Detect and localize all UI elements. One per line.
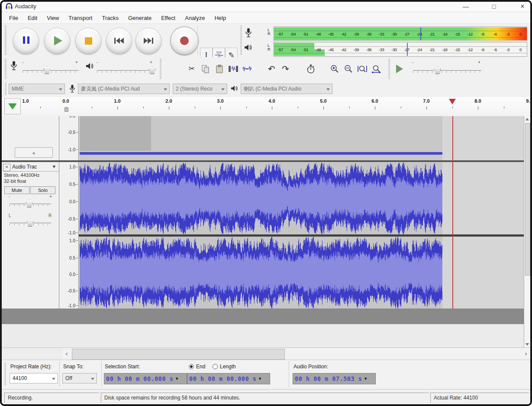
track-separator[interactable]	[2, 160, 524, 162]
redo-button[interactable]: ↷	[280, 63, 291, 75]
chevron-down-icon	[52, 378, 55, 380]
trim-audio-button[interactable]	[227, 63, 239, 75]
titlebar[interactable]: Audacity — □ ×	[2, 2, 530, 12]
meter-toolbar-grip[interactable]	[240, 26, 242, 55]
selection-toolbar-grip[interactable]	[4, 363, 6, 386]
scroll-down-icon[interactable]	[526, 343, 529, 346]
meter-db-label: -24	[417, 32, 422, 36]
scroll-left-button[interactable]: ‹	[62, 348, 71, 360]
playback-meter[interactable]: -57-54-51-48-45-42-39-36-33-30-27-24-21-…	[274, 42, 527, 57]
play-at-speed-button[interactable]	[393, 63, 405, 75]
skip-to-end-button[interactable]	[135, 28, 161, 54]
selection-start-label: Selection Start:	[105, 364, 140, 370]
meter-db-label: 0	[519, 47, 522, 52]
record-volume-thumb[interactable]	[44, 66, 50, 74]
track2-close-button[interactable]: ×	[3, 164, 10, 171]
scroll-right-button[interactable]: ›	[522, 348, 530, 360]
pause-button[interactable]	[13, 28, 39, 54]
playback-volume-slider[interactable]	[97, 70, 153, 71]
menu-item-help[interactable]: Help	[210, 15, 231, 21]
play-speed-thumb[interactable]	[434, 66, 441, 74]
solo-button[interactable]: Solo	[30, 186, 55, 194]
selection-start-field[interactable]: 00 h 00 m 00.000 s▼	[104, 373, 187, 384]
silence-audio-button[interactable]	[241, 63, 253, 75]
track2-control-panel[interactable]	[2, 162, 59, 309]
audio-host-select[interactable]: MME	[9, 84, 65, 94]
end-radio[interactable]	[189, 364, 194, 369]
fit-project-button[interactable]	[370, 63, 382, 75]
skip-to-start-button[interactable]	[106, 28, 132, 54]
track1-collapse-button[interactable]: ▲	[15, 147, 53, 158]
length-radio[interactable]	[213, 364, 218, 369]
undo-button[interactable]: ↶	[266, 63, 277, 75]
audio-position-field[interactable]: 00 h 00 m 07.503 s▼	[293, 373, 376, 384]
mute-button[interactable]: Mute	[4, 186, 29, 194]
record-button[interactable]	[171, 27, 198, 55]
menu-item-effect[interactable]: Effect	[156, 15, 180, 21]
record-volume-slider[interactable]	[23, 70, 79, 71]
vertical-scrollbar[interactable]	[524, 116, 530, 348]
paste-button[interactable]	[213, 63, 225, 75]
mixer-toolbar-grip[interactable]	[5, 59, 6, 79]
selection-end-field[interactable]: 00 h 00 m 00.000 s▼	[187, 373, 270, 384]
timer-button[interactable]	[305, 63, 316, 75]
snap-to-select[interactable]: Off	[62, 373, 97, 383]
recording-channels-select[interactable]: 2 (Stereo) Reco	[173, 84, 227, 94]
menu-item-edit[interactable]: Edit	[23, 15, 42, 21]
time-field-dropdown-icon[interactable]: ▼	[175, 377, 179, 381]
timeline-tick	[401, 107, 401, 108]
minimize-button[interactable]: —	[458, 2, 473, 11]
menu-item-file[interactable]: File	[4, 15, 23, 21]
vertical-scrollbar-thumb[interactable]	[525, 123, 530, 276]
timeline-cursor-handle[interactable]	[64, 107, 68, 112]
timeline-pin-button[interactable]	[4, 98, 21, 114]
timeline-ruler[interactable]: 1.00.01.02.03.04.05.06.07.08.09.0	[2, 97, 530, 116]
time-field-dropdown-icon[interactable]: ▼	[258, 377, 262, 381]
play-at-speed-toolbar-grip[interactable]	[388, 59, 390, 79]
zoom-in-button[interactable]	[329, 63, 340, 75]
mixer-mic-icon	[10, 61, 17, 71]
time-field-dropdown-icon[interactable]: ▼	[364, 377, 368, 381]
horizontal-scrollbar[interactable]: ‹ ›	[62, 348, 530, 360]
meter-db-label: -33	[379, 32, 384, 36]
menu-item-generate[interactable]: Generate	[123, 15, 156, 21]
maximize-button[interactable]: □	[487, 2, 501, 11]
end-radio-label[interactable]: End	[196, 364, 205, 370]
playback-device-select[interactable]: 喇叭 (C-Media PCI Audio	[241, 84, 332, 94]
play-speed-min-mark: -	[412, 60, 413, 65]
transport-toolbar-grip[interactable]	[5, 26, 6, 55]
track2-menu-dropdown[interactable]: ▼	[52, 164, 56, 169]
device-toolbar-grip[interactable]	[5, 83, 6, 95]
stop-button[interactable]	[75, 28, 101, 54]
copy-button[interactable]	[200, 63, 211, 75]
cut-button[interactable]: ✂	[186, 63, 197, 75]
play-button[interactable]	[44, 28, 70, 54]
close-button[interactable]: ×	[515, 2, 530, 11]
horizontal-scrollbar-thumb[interactable]	[72, 349, 285, 360]
zoom-out-button[interactable]	[342, 63, 354, 75]
menu-item-transport[interactable]: Transport	[64, 15, 97, 21]
scroll-up-icon[interactable]	[526, 118, 529, 120]
menu-item-tracks[interactable]: Tracks	[97, 15, 123, 21]
timeline-tick	[246, 107, 247, 108]
waveform-right-channel[interactable]	[80, 237, 442, 309]
menu-item-view[interactable]: View	[42, 15, 64, 21]
waveform-left-channel[interactable]	[80, 162, 442, 234]
menu-item-analyze[interactable]: Analyze	[180, 15, 210, 21]
fit-selection-button[interactable]	[356, 63, 368, 75]
recording-meter[interactable]: -57-54-51-48-45-42-39-36-33-30-27-24-21-…	[274, 26, 527, 41]
vertical-ruler-label: -0.5	[68, 217, 75, 221]
vertical-ruler-label: 0.5	[69, 182, 75, 187]
track2-name[interactable]: Audio Trac	[12, 164, 37, 170]
track1-selection-region[interactable]	[80, 116, 151, 151]
timeline-tick	[92, 107, 92, 108]
record-position-marker[interactable]	[449, 99, 456, 104]
recording-device-select[interactable]: 麥克風 (C-Media PCI Aud	[78, 84, 170, 94]
playback-volume-thumb[interactable]	[149, 66, 155, 74]
meter-db-label: -57	[277, 32, 283, 36]
edit-toolbar-grip[interactable]	[160, 59, 161, 79]
play-speed-slider[interactable]	[413, 70, 481, 71]
playback-volume-min-mark: -	[97, 60, 98, 65]
project-rate-select[interactable]: 44100	[10, 373, 58, 383]
length-radio-label[interactable]: Length	[220, 364, 236, 370]
